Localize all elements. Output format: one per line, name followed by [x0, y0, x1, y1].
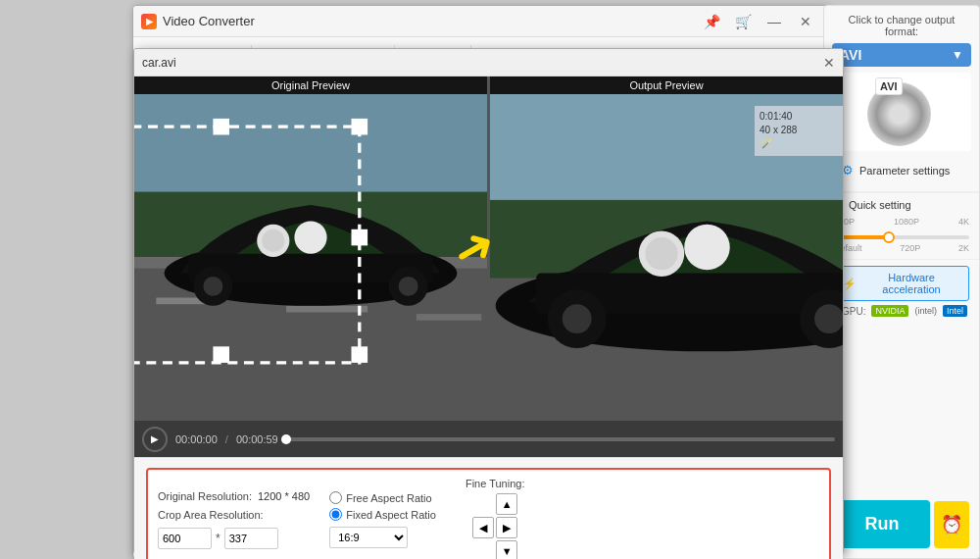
app-icon: ▶: [141, 14, 157, 29]
avi-disc: AVI: [867, 77, 936, 146]
window-controls: 📌 🛒 — ✕: [698, 11, 819, 32]
crop-title-bar: car.avi ✕: [134, 49, 843, 76]
height-input[interactable]: [224, 528, 278, 549]
nvidia-intel-badges: GPU: NVIDIA (intel) Intel: [834, 305, 969, 317]
svg-rect-12: [286, 306, 368, 313]
total-time: 00:00:59: [236, 433, 278, 445]
play-button[interactable]: ▶: [142, 427, 168, 452]
fine-up-button[interactable]: ▲: [496, 493, 517, 515]
format-hint: Click to change output format:: [832, 14, 971, 37]
progress-bar[interactable]: [286, 437, 835, 441]
side-info-panel: 0:01:40 40 x 288 🪄: [755, 106, 843, 156]
svg-point-39: [645, 237, 677, 270]
svg-rect-27: [352, 119, 368, 135]
gpu-label: GPU:: [842, 306, 865, 317]
progress-dot: [281, 434, 291, 444]
app-title: Video Converter: [163, 14, 698, 28]
aspect-ratio-select[interactable]: 16:9 4:3 1:1: [329, 527, 408, 548]
right-panel: Click to change output format: AVI ▼ AVI…: [823, 5, 980, 559]
crop-dialog-title: car.avi: [142, 56, 823, 70]
alarm-icon: ⏰: [941, 514, 962, 535]
free-aspect-option[interactable]: Free Aspect Ratio: [329, 491, 436, 504]
svg-rect-31: [213, 346, 229, 363]
svg-rect-32: [352, 346, 368, 363]
resolution-section: Original Resolution: 1200 * 480 Crop Are…: [146, 468, 831, 559]
intel-badge: Intel: [943, 305, 967, 317]
original-video-svg: [134, 94, 487, 420]
width-input[interactable]: [158, 528, 212, 549]
svg-rect-13: [416, 314, 481, 321]
svg-point-23: [399, 277, 418, 296]
fixed-aspect-option[interactable]: Fixed Aspect Ratio: [329, 508, 436, 521]
fine-left-button[interactable]: ◀: [472, 517, 494, 538]
resolution-left: Original Resolution: 1200 * 480 Crop Are…: [158, 490, 310, 549]
intel-label-text: (intel): [914, 306, 937, 316]
quick-setting-label: → Quick setting: [834, 199, 969, 211]
side-res: 40 x 288: [760, 125, 838, 135]
param-settings-button[interactable]: ⚙ Parameter settings: [832, 157, 971, 183]
output-label: Output Preview: [490, 76, 843, 94]
pin-button[interactable]: 📌: [698, 11, 725, 32]
output-preview-panel: Output Preview: [490, 76, 843, 420]
svg-rect-26: [213, 119, 229, 135]
times-symbol: *: [216, 532, 220, 545]
current-time: 00:00:00: [175, 433, 218, 445]
title-bar: ▶ Video Converter 📌 🛒 — ✕: [133, 6, 827, 37]
format-section: Click to change output format: AVI ▼ AVI…: [824, 6, 979, 192]
hw-accel-button[interactable]: ⚡ Hardware acceleration: [834, 266, 969, 301]
fixed-aspect-radio[interactable]: [329, 508, 342, 521]
close-button[interactable]: ✕: [792, 11, 819, 32]
resolution-inputs: *: [158, 528, 310, 549]
svg-rect-29: [352, 229, 368, 246]
crop-bottom: Original Resolution: 1200 * 480 Crop Are…: [134, 457, 843, 559]
run-button[interactable]: Run: [834, 500, 930, 548]
fine-right-button[interactable]: ▶: [496, 517, 517, 538]
run-section: Run ⏰: [824, 490, 979, 558]
bolt-icon: ⚡: [843, 278, 857, 290]
aspect-ratio-group: Free Aspect Ratio Fixed Aspect Ratio: [329, 491, 436, 521]
format-icon-area: AVI: [832, 73, 971, 151]
side-time: 0:01:40: [760, 111, 838, 122]
crop-res-row: Crop Area Resolution:: [158, 508, 310, 522]
side-wand-button[interactable]: 🪄: [760, 138, 773, 151]
original-video: [134, 94, 487, 420]
preview-area: Original Preview: [134, 76, 843, 420]
crop-close-button[interactable]: ✕: [823, 55, 835, 71]
time-separator: /: [225, 433, 228, 445]
svg-point-21: [203, 277, 222, 296]
svg-point-18: [262, 229, 284, 252]
disc-label: AVI: [875, 77, 903, 95]
svg-point-40: [684, 225, 729, 270]
quick-setting-section: → Quick setting 480P 1080P 4K Default 72…: [824, 192, 979, 259]
quality-slider[interactable]: [834, 235, 969, 239]
svg-point-19: [294, 221, 326, 253]
original-label: Original Preview: [134, 76, 487, 94]
format-selector[interactable]: AVI ▼: [832, 43, 971, 67]
alarm-button[interactable]: ⏰: [934, 501, 969, 548]
cart-button[interactable]: 🛒: [729, 11, 757, 32]
format-dropdown-icon: ▼: [952, 48, 963, 62]
original-res-row: Original Resolution: 1200 * 480: [158, 490, 310, 502]
hw-accel-section: ⚡ Hardware acceleration GPU: NVIDIA (int…: [824, 259, 979, 323]
video-controls: ▶ 00:00:00 / 00:00:59: [134, 420, 843, 457]
fine-tuning-grid: ◀ ▲ ▶ ▼: [472, 493, 517, 559]
svg-point-42: [563, 304, 592, 333]
quality-values: Default 720P 2K: [834, 243, 969, 253]
svg-point-44: [814, 304, 843, 333]
minimize-button[interactable]: —: [760, 11, 788, 32]
quality-labels: 480P 1080P 4K: [834, 217, 969, 227]
nvidia-badge: NVIDIA: [871, 305, 908, 317]
crop-dialog: car.avi ✕ Original Preview: [133, 48, 844, 554]
resolution-right: Free Aspect Ratio Fixed Aspect Ratio 16:…: [329, 491, 436, 548]
original-preview-panel: Original Preview: [134, 76, 487, 420]
fine-tuning-section: Fine Tuning: ◀ ▲ ▶ ▼: [466, 478, 525, 559]
free-aspect-radio[interactable]: [329, 491, 342, 504]
main-window: ▶ Video Converter 📌 🛒 — ✕ + + Add Files …: [132, 5, 828, 559]
fine-down-button[interactable]: ▼: [496, 540, 517, 559]
